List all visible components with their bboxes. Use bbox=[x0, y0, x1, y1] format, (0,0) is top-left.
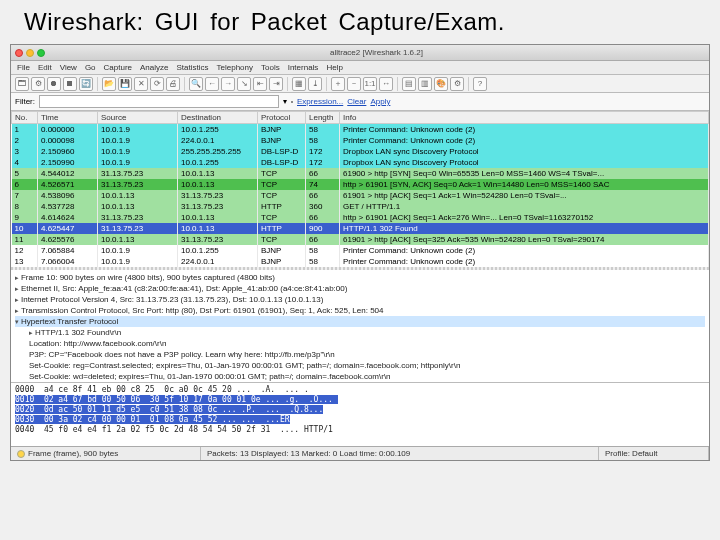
col-time[interactable]: Time bbox=[38, 112, 98, 124]
menu-statistics[interactable]: Statistics bbox=[177, 63, 209, 72]
ethernet-tree[interactable]: Ethernet II, Src: Apple_fe:aa:41 (c8:2a:… bbox=[15, 284, 347, 293]
colorize-icon[interactable]: ▦ bbox=[292, 77, 306, 91]
menu-go[interactable]: Go bbox=[85, 63, 96, 72]
reload-icon[interactable]: ⟳ bbox=[150, 77, 164, 91]
zoom-in-icon[interactable]: ＋ bbox=[331, 77, 345, 91]
packet-row[interactable]: 104.62544731.13.75.2310.0.1.13HTTP900HTT… bbox=[12, 223, 709, 234]
slide-title: Wireshark: GUI for Packet Capture/Exam. bbox=[0, 0, 720, 44]
menu-capture[interactable]: Capture bbox=[104, 63, 132, 72]
packet-row[interactable]: 84.53772810.0.1.1331.13.75.23HTTP360GET … bbox=[12, 201, 709, 212]
go-back-icon[interactable]: ← bbox=[205, 77, 219, 91]
packet-row[interactable]: 32.15096010.0.1.9255.255.255.255DB-LSP-D… bbox=[12, 146, 709, 157]
open-icon[interactable]: 📂 bbox=[102, 77, 116, 91]
cell-src: 31.13.75.23 bbox=[98, 212, 178, 223]
col-destination[interactable]: Destination bbox=[178, 112, 258, 124]
filter-bar: Filter: ▾ Expression... Clear Apply bbox=[11, 93, 709, 111]
frame-tree[interactable]: Frame 10: 900 bytes on wire (4800 bits),… bbox=[15, 273, 275, 282]
display-filters-icon[interactable]: ▥ bbox=[418, 77, 432, 91]
http-tree[interactable]: Hypertext Transfer Protocol bbox=[15, 316, 705, 327]
packet-row[interactable]: 127.06588410.0.1.910.0.1.255BJNP58Printe… bbox=[12, 245, 709, 256]
menu-help[interactable]: Help bbox=[326, 63, 342, 72]
packet-row[interactable]: 10.00000010.0.1.910.0.1.255BJNP58Printer… bbox=[12, 124, 709, 136]
cell-proto: HTTP bbox=[258, 223, 306, 234]
packet-row[interactable]: 94.61462431.13.75.2310.0.1.13TCP66http >… bbox=[12, 212, 709, 223]
minimize-icon[interactable] bbox=[26, 49, 34, 57]
packet-row[interactable]: 20.00009810.0.1.9224.0.0.1BJNP58Printer … bbox=[12, 135, 709, 146]
menu-view[interactable]: View bbox=[60, 63, 77, 72]
http-header-line[interactable]: P3P: CP="Facebook does not have a P3P po… bbox=[15, 349, 705, 360]
http-header-line[interactable]: Set-Cookie: wd=deleted; expires=Thu, 01-… bbox=[15, 371, 705, 382]
save-icon[interactable]: 💾 bbox=[118, 77, 132, 91]
cell-proto: DB-LSP-D bbox=[258, 157, 306, 168]
coloring-rules-icon[interactable]: 🎨 bbox=[434, 77, 448, 91]
zoom-out-icon[interactable]: － bbox=[347, 77, 361, 91]
cell-proto: BJNP bbox=[258, 124, 306, 136]
col-no[interactable]: No. bbox=[12, 112, 38, 124]
http-status-line[interactable]: HTTP/1.1 302 Found\r\n bbox=[15, 327, 705, 338]
packet-row[interactable]: 137.06600410.0.1.9224.0.0.1BJNP58Printer… bbox=[12, 256, 709, 267]
capture-filters-icon[interactable]: ▤ bbox=[402, 77, 416, 91]
menu-analyze[interactable]: Analyze bbox=[140, 63, 168, 72]
resize-columns-icon[interactable]: ↔ bbox=[379, 77, 393, 91]
cell-info: http > 61901 [SYN, ACK] Seq=0 Ack=1 Win=… bbox=[340, 179, 709, 190]
restart-capture-icon[interactable]: 🔄 bbox=[79, 77, 93, 91]
hex-line[interactable]: 0040 45 f0 e4 e4 f1 2a 02 f5 0c 2d 48 54… bbox=[15, 425, 705, 435]
col-length[interactable]: Length bbox=[306, 112, 340, 124]
start-capture-icon[interactable]: ⏺ bbox=[47, 77, 61, 91]
cell-time: 4.537728 bbox=[38, 201, 98, 212]
options-icon[interactable]: ⚙ bbox=[31, 77, 45, 91]
ip-tree[interactable]: Internet Protocol Version 4, Src: 31.13.… bbox=[15, 295, 323, 304]
packet-row[interactable]: 54.54401231.13.75.2310.0.1.13TCP6661900 … bbox=[12, 168, 709, 179]
cell-info: 61901 > http [ACK] Seq=1 Ack=1 Win=52428… bbox=[340, 190, 709, 201]
go-last-icon[interactable]: ⇥ bbox=[269, 77, 283, 91]
col-protocol[interactable]: Protocol bbox=[258, 112, 306, 124]
cell-time: 7.066004 bbox=[38, 256, 98, 267]
expert-info-icon[interactable] bbox=[17, 450, 25, 458]
go-forward-icon[interactable]: → bbox=[221, 77, 235, 91]
hex-line[interactable]: 0000 a4 ce 8f 41 eb 00 c8 25 0c a0 0c 45… bbox=[15, 385, 705, 395]
go-to-packet-icon[interactable]: ↘ bbox=[237, 77, 251, 91]
cell-proto: BJNP bbox=[258, 245, 306, 256]
preferences-icon[interactable]: ⚙ bbox=[450, 77, 464, 91]
packet-details[interactable]: Frame 10: 900 bytes on wire (4800 bits),… bbox=[11, 270, 709, 382]
menu-telephony[interactable]: Telephony bbox=[217, 63, 253, 72]
http-header-line[interactable]: Location: http://www.facebook.com/\r\n bbox=[15, 338, 705, 349]
col-source[interactable]: Source bbox=[98, 112, 178, 124]
filter-dropdown-icon[interactable]: ▾ bbox=[283, 97, 287, 106]
close-icon[interactable] bbox=[15, 49, 23, 57]
tcp-tree[interactable]: Transmission Control Protocol, Src Port:… bbox=[15, 306, 384, 315]
interfaces-icon[interactable]: 🗔 bbox=[15, 77, 29, 91]
packet-list[interactable]: No. Time Source Destination Protocol Len… bbox=[11, 111, 709, 267]
filter-expression-button[interactable]: Expression... bbox=[297, 97, 343, 106]
menu-internals[interactable]: Internals bbox=[288, 63, 319, 72]
zoom-icon[interactable] bbox=[37, 49, 45, 57]
go-first-icon[interactable]: ⇤ bbox=[253, 77, 267, 91]
packet-row[interactable]: 114.62557610.0.1.1331.13.75.23TCP6661901… bbox=[12, 234, 709, 245]
print-icon[interactable]: 🖨 bbox=[166, 77, 180, 91]
http-header-line[interactable]: Set-Cookie: reg=Contrast.selected; expir… bbox=[15, 360, 705, 371]
cell-dst: 31.13.75.23 bbox=[178, 190, 258, 201]
cell-src: 31.13.75.23 bbox=[98, 179, 178, 190]
menu-file[interactable]: File bbox=[17, 63, 30, 72]
filter-clear-button[interactable]: Clear bbox=[347, 97, 366, 106]
hex-line[interactable]: 0020 0d ac 50 01 11 d5 e5 c0 51 38 08 0c… bbox=[15, 405, 705, 415]
packet-row[interactable]: 74.53809610.0.1.1331.13.75.23TCP6661901 … bbox=[12, 190, 709, 201]
find-icon[interactable]: 🔍 bbox=[189, 77, 203, 91]
cell-proto: DB-LSP-D bbox=[258, 146, 306, 157]
menu-edit[interactable]: Edit bbox=[38, 63, 52, 72]
cell-len: 66 bbox=[306, 234, 340, 245]
hex-line[interactable]: 0030 00 3a 02 c4 00 00 01 01 08 0a 45 52… bbox=[15, 415, 705, 425]
stop-capture-icon[interactable]: ⏹ bbox=[63, 77, 77, 91]
filter-apply-button[interactable]: Apply bbox=[370, 97, 390, 106]
packet-bytes[interactable]: 0000 a4 ce 8f 41 eb 00 c8 25 0c a0 0c 45… bbox=[11, 382, 709, 446]
help-icon[interactable]: ? bbox=[473, 77, 487, 91]
hex-line[interactable]: 0010 02 a4 67 bd 00 50 06 30 5f 10 17 0a… bbox=[15, 395, 705, 405]
packet-row[interactable]: 64.52657131.13.75.2310.0.1.13TCP74http >… bbox=[12, 179, 709, 190]
col-info[interactable]: Info bbox=[340, 112, 709, 124]
auto-scroll-icon[interactable]: ⤓ bbox=[308, 77, 322, 91]
filter-input[interactable] bbox=[39, 95, 279, 108]
close-file-icon[interactable]: ✕ bbox=[134, 77, 148, 91]
packet-row[interactable]: 42.15099010.0.1.910.0.1.255DB-LSP-D172Dr… bbox=[12, 157, 709, 168]
zoom-reset-icon[interactable]: 1:1 bbox=[363, 77, 377, 91]
menu-tools[interactable]: Tools bbox=[261, 63, 280, 72]
